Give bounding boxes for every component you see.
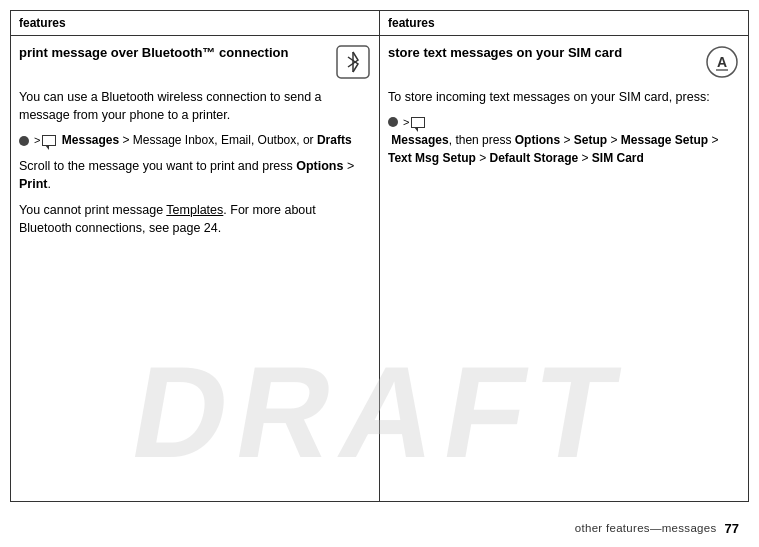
right-arrow-1: > [403, 114, 409, 131]
left-column-body: print message over Bluetooth™ connection… [11, 36, 379, 254]
right-phone-dot-icon [388, 117, 398, 127]
page-container: DRAFT features print message over Blueto… [0, 0, 759, 547]
left-para-1: You can use a Bluetooth wireless connect… [19, 88, 371, 124]
left-column-header: features [11, 11, 379, 36]
right-nav-text: Messages, then press Options > Setup > M… [388, 131, 740, 167]
sim-icon: A [704, 44, 740, 80]
right-column: features store text messages on your SIM… [380, 11, 748, 501]
right-intro: To store incoming text messages on your … [388, 88, 740, 106]
svg-text:A: A [717, 54, 727, 70]
right-column-header: features [380, 11, 748, 36]
left-column: features print message over Bluetooth™ c… [11, 11, 380, 501]
right-nav-line: > Messages, then press Options > Setup >… [388, 114, 740, 167]
content-area: features print message over Bluetooth™ c… [10, 10, 749, 502]
arrow-1: > [34, 133, 40, 148]
nav-text: Messages > Message Inbox, Email, Outbox,… [58, 132, 351, 149]
right-title-text: store text messages on your SIM card [388, 44, 704, 63]
messages-icon [42, 135, 56, 146]
page-number: 77 [725, 521, 739, 536]
left-para-3: You cannot print message Templates. For … [19, 201, 371, 237]
page-footer: other features—messages 77 [0, 509, 759, 547]
left-title-text: print message over Bluetooth™ connection [19, 44, 335, 63]
phone-dot-icon [19, 136, 29, 146]
left-para-2: Scroll to the message you want to print … [19, 157, 371, 193]
right-title-row: store text messages on your SIM card A [388, 44, 740, 80]
footer-text: other features—messages [575, 522, 717, 534]
right-messages-icon [411, 117, 425, 128]
left-title-row: print message over Bluetooth™ connection [19, 44, 371, 80]
bluetooth-icon [335, 44, 371, 80]
right-column-body: store text messages on your SIM card A T… [380, 36, 748, 183]
nav-instruction-line: > Messages > Message Inbox, Email, Outbo… [19, 132, 371, 149]
